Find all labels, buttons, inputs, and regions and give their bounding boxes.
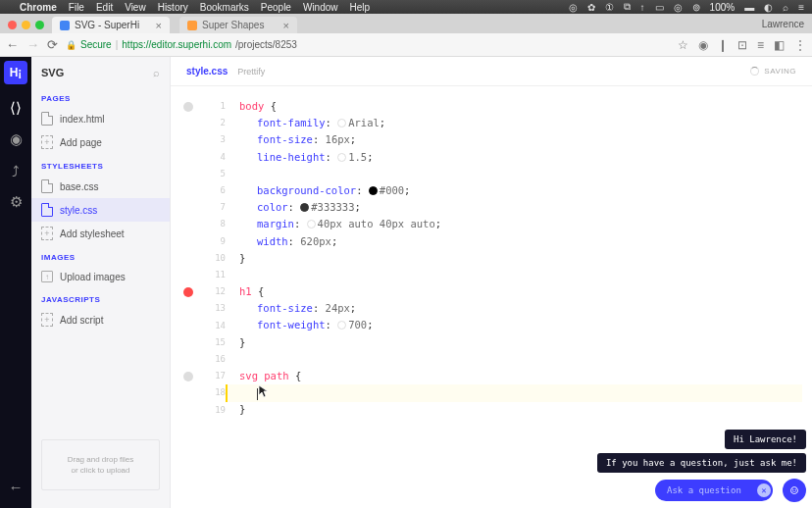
- notifications-icon[interactable]: ≡: [798, 2, 804, 13]
- url-path: /projects/8253: [235, 39, 297, 50]
- add-script-button[interactable]: + Add script: [31, 308, 170, 331]
- file-item-base-css[interactable]: base.css: [31, 175, 170, 198]
- chat-input[interactable]: Ask a question: [655, 480, 773, 501]
- chrome-tab-strip: SVG - SuperHi × Super Shapes × Lawrence: [0, 14, 812, 33]
- url-host: https://editor.superhi.com: [122, 39, 231, 50]
- nav-preview-icon[interactable]: ◉: [0, 124, 31, 155]
- dropzone[interactable]: Drag and drop files or click to upload: [41, 439, 160, 490]
- dropzone-text-1: Drag and drop files: [50, 454, 151, 465]
- minimize-window-button[interactable]: [22, 21, 30, 29]
- menubar-app-name[interactable]: Chrome: [20, 2, 57, 13]
- nav-code-icon[interactable]: ⟨⟩: [0, 92, 31, 124]
- fold-dot-icon[interactable]: [183, 372, 193, 381]
- code-line[interactable]: [239, 384, 812, 401]
- browser-tab-active[interactable]: SVG - SuperHi ×: [52, 17, 170, 33]
- plus-icon: +: [41, 313, 53, 327]
- code-line[interactable]: line-height: 1.5;: [239, 149, 812, 166]
- file-name: base.css: [60, 181, 98, 192]
- section-label-stylesheets: STYLESHEETS: [31, 154, 170, 175]
- favicon-icon: [187, 21, 197, 30]
- app-root: H¡ ⟨⟩ ◉ ⤴ ⚙ ← SVG ⌕ PAGES index.html + A…: [0, 57, 812, 508]
- extension-icon[interactable]: ◉: [698, 38, 708, 52]
- add-page-button[interactable]: + Add page: [31, 130, 170, 154]
- code-line[interactable]: font-weight: 700;: [239, 317, 812, 333]
- forward-button: →: [26, 37, 39, 52]
- menubar-item-edit[interactable]: Edit: [96, 2, 113, 13]
- bookmark-icon[interactable]: ☆: [678, 38, 688, 52]
- chat-close-icon[interactable]: ✕: [757, 483, 771, 497]
- status-icon: ▭: [655, 2, 664, 13]
- save-status-text: SAVING: [764, 67, 796, 76]
- dropzone-text-2: or click to upload: [50, 465, 151, 476]
- add-script-label: Add script: [60, 315, 103, 326]
- code-line[interactable]: width: 620px;: [239, 233, 812, 250]
- nav-back-icon[interactable]: ←: [0, 471, 31, 502]
- prettify-button[interactable]: Prettify: [237, 67, 265, 76]
- tab-title: Super Shapes: [202, 20, 264, 30]
- extension-icon[interactable]: ≡: [757, 38, 764, 52]
- nav-settings-icon[interactable]: ⚙: [0, 186, 31, 218]
- vertical-nav: H¡ ⟨⟩ ◉ ⤴ ⚙ ←: [0, 57, 31, 508]
- menubar-item-history[interactable]: History: [158, 2, 188, 13]
- chrome-toolbar: ← → ⟳ 🔒 Secure | https://editor.superhi.…: [0, 33, 812, 57]
- close-window-button[interactable]: [8, 21, 17, 29]
- line-number: 7: [206, 199, 226, 216]
- code-line[interactable]: color: #333333;: [239, 199, 812, 216]
- wifi-icon: ⊚: [692, 2, 700, 13]
- menubar-item-view[interactable]: View: [125, 2, 146, 13]
- back-button[interactable]: ←: [6, 37, 19, 52]
- reload-button[interactable]: ⟳: [47, 37, 58, 52]
- nav-share-icon[interactable]: ⤴: [0, 155, 31, 186]
- code-line[interactable]: [239, 267, 812, 283]
- code-line[interactable]: font-size: 24px;: [239, 300, 812, 317]
- code-line[interactable]: margin: 40px auto 40px auto;: [239, 216, 812, 232]
- battery-icon: ▬: [744, 2, 754, 13]
- line-number: 8: [206, 216, 226, 232]
- code-line[interactable]: }: [239, 250, 812, 267]
- spotlight-icon[interactable]: ⌕: [783, 2, 788, 13]
- chrome-profile-name[interactable]: Lawrence: [762, 19, 812, 33]
- menubar-item-window[interactable]: Window: [303, 2, 338, 13]
- line-number: 17: [206, 368, 226, 384]
- fold-dot-icon[interactable]: [183, 102, 193, 112]
- code-line[interactable]: [239, 351, 812, 368]
- menubar-item-bookmarks[interactable]: Bookmarks: [200, 2, 249, 13]
- line-number: 4: [206, 149, 226, 166]
- close-tab-icon[interactable]: ×: [283, 20, 289, 31]
- status-icon: ①: [605, 2, 614, 13]
- maximize-window-button[interactable]: [35, 21, 44, 29]
- search-icon[interactable]: ⌕: [153, 67, 160, 78]
- code-line[interactable]: }: [239, 334, 812, 351]
- chat-prompt-bubble: If you have a question, just ask me!: [597, 453, 806, 473]
- code-line[interactable]: }: [239, 401, 812, 418]
- menubar-item-people[interactable]: People: [261, 2, 291, 13]
- chat-placeholder: Ask a question: [667, 485, 741, 495]
- extension-icon[interactable]: ❙: [718, 38, 728, 52]
- section-label-images: IMAGES: [31, 245, 170, 266]
- close-tab-icon[interactable]: ×: [156, 20, 162, 31]
- code-line[interactable]: body {: [239, 98, 812, 115]
- superhi-logo[interactable]: H¡: [4, 61, 27, 84]
- add-stylesheet-button[interactable]: + Add stylesheet: [31, 222, 170, 245]
- code-line[interactable]: [239, 166, 812, 182]
- line-number: 6: [206, 182, 226, 199]
- address-bar[interactable]: 🔒 Secure | https://editor.superhi.com/pr…: [66, 39, 670, 50]
- file-item-style-css[interactable]: style.css: [31, 198, 170, 222]
- code-line[interactable]: h1 {: [239, 283, 812, 300]
- code-line[interactable]: font-size: 16px;: [239, 131, 812, 148]
- menubar-item-help[interactable]: Help: [350, 2, 371, 13]
- extension-icon[interactable]: ◧: [774, 38, 785, 52]
- menubar-item-file[interactable]: File: [69, 2, 84, 13]
- error-dot-icon[interactable]: [183, 287, 193, 297]
- code-editor[interactable]: 12345678910111213141516171819 body {font…: [171, 86, 812, 508]
- code-line[interactable]: font-family: Arial;: [239, 115, 812, 131]
- extension-icon[interactable]: ⊡: [737, 38, 747, 52]
- chrome-menu-icon[interactable]: ⋮: [794, 38, 806, 52]
- code-line[interactable]: background-color: #000;: [239, 182, 812, 199]
- browser-tab[interactable]: Super Shapes ×: [179, 17, 297, 33]
- file-item-index-html[interactable]: index.html: [31, 107, 170, 130]
- upload-images-button[interactable]: ↑ Upload images: [31, 266, 170, 287]
- code-line[interactable]: svg path {: [239, 368, 812, 384]
- chat-avatar-icon[interactable]: ☺: [783, 479, 806, 502]
- open-file-name[interactable]: style.css: [186, 66, 228, 76]
